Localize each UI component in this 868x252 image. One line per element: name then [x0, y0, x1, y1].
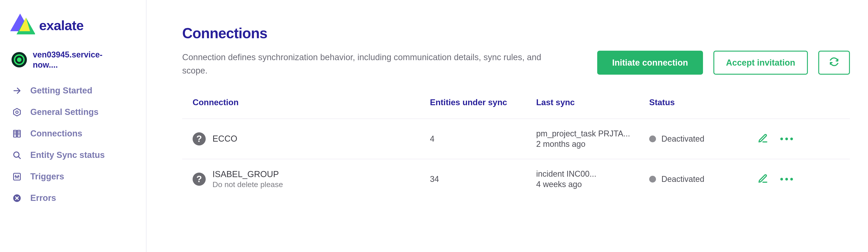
entities-under-sync: 4: [430, 134, 536, 144]
sidebar-item-triggers[interactable]: Triggers: [12, 172, 146, 181]
sidebar-item-getting-started[interactable]: Getting Started: [12, 86, 146, 95]
table-row[interactable]: ? ECCO 4 pm_project_task PRJTA... 2 mont…: [182, 119, 850, 159]
svg-point-5: [16, 111, 18, 113]
status-label: Deactivated: [661, 134, 704, 144]
sidebar-item-label: Errors: [30, 193, 56, 203]
connection-name: ECCO: [213, 134, 237, 144]
last-sync-item: incident INC00...: [536, 169, 649, 179]
page-actions: Initiate connection Accept invitation: [597, 51, 850, 75]
more-actions-icon[interactable]: [780, 178, 793, 180]
last-sync-ago: 4 weeks ago: [536, 179, 649, 189]
connections-icon: [12, 129, 22, 138]
sidebar: exalate ven03945.service-now.... Getting…: [0, 0, 147, 252]
question-mark-icon: ?: [193, 132, 206, 145]
column-header-connection: Connection: [193, 98, 430, 107]
edit-icon[interactable]: [758, 173, 768, 185]
connection-note: Do not delete please: [213, 180, 283, 189]
column-header-last-sync: Last sync: [536, 98, 649, 107]
sidebar-item-label: Entity Sync status: [30, 150, 105, 160]
tenant-avatar-icon: [11, 52, 27, 67]
tenant-selector[interactable]: ven03945.service-now....: [8, 50, 146, 70]
table-body: ? ECCO 4 pm_project_task PRJTA... 2 mont…: [182, 118, 850, 199]
sidebar-item-label: Getting Started: [30, 86, 92, 95]
refresh-button[interactable]: [818, 51, 850, 75]
last-sync-item: pm_project_task PRJTA...: [536, 129, 649, 138]
table-header-row: Connection Entities under sync Last sync…: [182, 98, 850, 118]
app-root: exalate ven03945.service-now.... Getting…: [0, 0, 868, 252]
accept-invitation-button[interactable]: Accept invitation: [713, 51, 808, 75]
last-sync-ago: 2 months ago: [536, 139, 649, 149]
sidebar-nav: Getting Started General Settings Connect…: [8, 86, 146, 203]
brand-logo: exalate: [8, 13, 146, 37]
page-subtitle: Connection defines synchronization behav…: [182, 51, 553, 77]
table-row[interactable]: ? ISABEL_GROUP Do not delete please 34 i…: [182, 159, 850, 199]
status-label: Deactivated: [661, 174, 704, 184]
sidebar-item-label: Connections: [30, 129, 82, 138]
column-header-entities: Entities under sync: [430, 98, 536, 107]
search-icon: [12, 150, 22, 160]
sidebar-item-label: General Settings: [30, 107, 98, 117]
entities-under-sync: 34: [430, 174, 536, 184]
main-content: Connections Connection defines synchroni…: [147, 0, 868, 252]
sidebar-item-connections[interactable]: Connections: [12, 129, 146, 138]
arrow-right-icon: [12, 86, 22, 95]
triggers-icon: [12, 172, 22, 181]
svg-line-15: [18, 156, 20, 158]
more-actions-icon[interactable]: [780, 138, 793, 140]
refresh-icon: [829, 57, 839, 69]
column-header-actions: [758, 98, 803, 107]
tenant-name: ven03945.service-now....: [33, 50, 123, 70]
sidebar-item-general-settings[interactable]: General Settings: [12, 107, 146, 117]
status-dot-icon: [649, 136, 656, 142]
connection-name: ISABEL_GROUP: [213, 169, 283, 179]
brand-wordmark: exalate: [39, 18, 84, 33]
connections-table: Connection Entities under sync Last sync…: [182, 98, 850, 199]
question-mark-icon: ?: [193, 173, 206, 186]
status-dot-icon: [649, 176, 656, 183]
gear-icon: [12, 108, 22, 117]
sidebar-item-errors[interactable]: Errors: [12, 193, 146, 203]
sidebar-item-label: Triggers: [30, 172, 64, 181]
sidebar-item-entity-sync-status[interactable]: Entity Sync status: [12, 150, 146, 160]
svg-marker-4: [13, 108, 20, 116]
initiate-connection-button[interactable]: Initiate connection: [597, 51, 703, 75]
page-header-row: Connection defines synchronization behav…: [182, 51, 850, 77]
error-icon: [12, 193, 22, 203]
page-title: Connections: [182, 25, 850, 41]
column-header-status: Status: [649, 98, 758, 107]
edit-icon[interactable]: [758, 133, 768, 144]
brand-mark-icon: [10, 13, 35, 37]
